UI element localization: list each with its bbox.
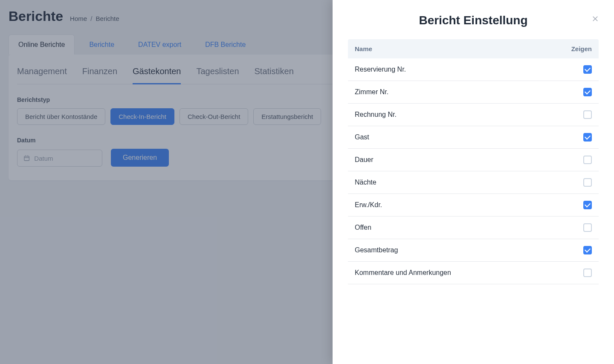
setting-checkbox[interactable] [583,65,592,74]
setting-name: Kommentare und Anmerkungen [355,269,451,277]
setting-checkbox[interactable] [583,88,592,96]
setting-checkbox[interactable] [583,133,592,142]
close-button[interactable] [590,14,600,24]
setting-row-8: Gesamtbetrag [348,239,599,262]
setting-checkbox[interactable] [583,110,592,119]
settings-table-header: Name Zeigen [348,39,599,58]
setting-row-2: Rechnung Nr. [348,104,599,126]
setting-row-5: Nächte [348,171,599,194]
setting-checkbox[interactable] [583,246,592,254]
setting-checkbox[interactable] [583,156,592,164]
setting-row-9: Kommentare und Anmerkungen [348,262,599,284]
setting-name: Gast [355,133,369,141]
setting-name: Erw./Kdr. [355,201,382,209]
setting-checkbox[interactable] [583,178,592,187]
setting-row-0: Reservierung Nr. [348,58,599,81]
setting-row-1: Zimmer Nr. [348,81,599,104]
setting-checkbox[interactable] [583,269,592,277]
setting-name: Offen [355,224,371,231]
panel-header: Bericht Einstellung [348,14,599,27]
settings-panel: Bericht Einstellung Name Zeigen Reservie… [333,0,614,364]
setting-name: Zimmer Nr. [355,88,388,96]
col-name-header: Name [355,45,372,52]
setting-name: Dauer [355,156,374,164]
setting-name: Gesamtbetrag [355,246,398,254]
col-show-header: Zeigen [571,45,592,52]
setting-row-3: Gast [348,126,599,149]
setting-row-4: Dauer [348,149,599,171]
settings-rows: Reservierung Nr.Zimmer Nr.Rechnung Nr.Ga… [348,58,599,284]
setting-name: Rechnung Nr. [355,111,397,118]
panel-title: Bericht Einstellung [348,14,599,27]
setting-row-6: Erw./Kdr. [348,194,599,217]
setting-checkbox[interactable] [583,201,592,209]
setting-row-7: Offen [348,217,599,239]
close-icon [591,15,599,23]
setting-name: Nächte [355,179,377,186]
setting-name: Reservierung Nr. [355,66,406,73]
setting-checkbox[interactable] [583,223,592,232]
